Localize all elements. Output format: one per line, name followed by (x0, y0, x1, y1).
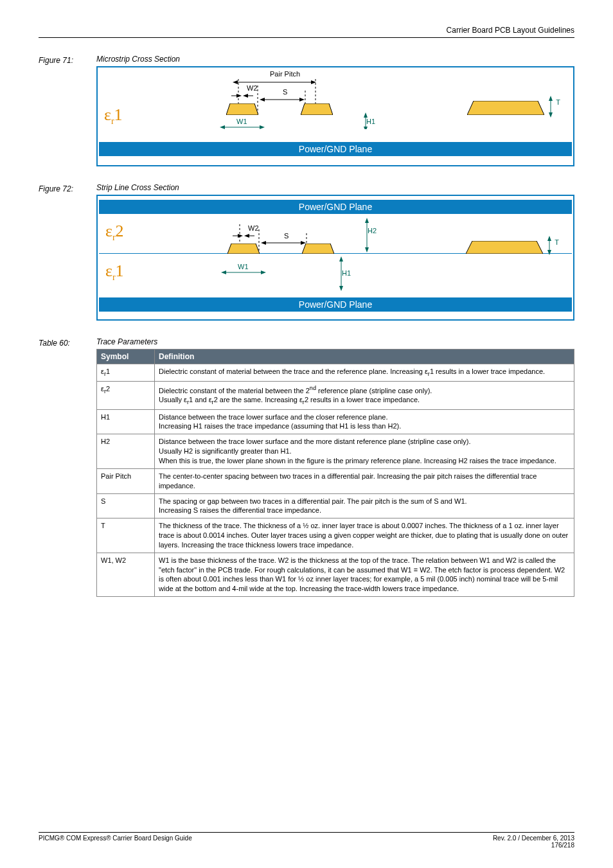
definition-cell: Dielectric constant of the material betw… (155, 381, 574, 409)
pair-pitch-label: Pair Pitch (270, 70, 300, 78)
svg-marker-43 (547, 236, 551, 241)
table-row: εr2Dielectric constant of the material b… (97, 381, 574, 409)
stripline-diagram: Power/GND Plane εr2 W2 S H (96, 195, 574, 321)
definition-cell: Distance between the trace lower surface… (155, 434, 574, 469)
microstrip-trace-left (226, 103, 258, 115)
pair-pitch-arrow (233, 79, 316, 85)
definition-cell: The center-to-center spacing between two… (155, 468, 574, 493)
power-gnd-plane-top: Power/GND Plane (99, 200, 572, 214)
table-60-label: Table 60: (39, 337, 96, 348)
table-60: Table 60: Trace Parameters Symbol Defini… (39, 337, 574, 597)
w2-label: W2 (247, 84, 258, 92)
power-gnd-plane: Power/GND Plane (99, 142, 572, 156)
t-label-2: T (555, 238, 559, 246)
svg-marker-8 (260, 98, 265, 102)
footer-rev: Rev. 2.0 / December 6, 2013 (493, 835, 574, 842)
figure-72: Figure 72: Strip Line Cross Section Powe… (39, 183, 574, 321)
footer-page: 176/218 (551, 842, 574, 849)
definition-cell: The thickness of the trace. The thicknes… (155, 518, 574, 553)
symbol-cell: Pair Pitch (97, 468, 155, 493)
table-row: W1, W2W1 is the base thickness of the tr… (97, 553, 574, 596)
t-arrow (547, 96, 554, 118)
svg-marker-44 (547, 250, 551, 255)
svg-marker-15 (301, 103, 333, 115)
svg-marker-16 (467, 101, 544, 115)
h2-arrow (364, 218, 370, 252)
svg-marker-40 (302, 244, 334, 254)
table-row: H2Distance between the trace lower surfa… (97, 434, 574, 469)
figure-71-title: Microstrip Cross Section (96, 55, 574, 64)
w2-arrow-2 (227, 233, 260, 239)
th-symbol: Symbol (97, 350, 155, 364)
stripline-trace-far (466, 241, 543, 254)
definition-cell: W1 is the base thickness of the trace. W… (155, 553, 574, 596)
table-row: H1Distance between the trace lower surfa… (97, 409, 574, 434)
power-gnd-plane-bot: Power/GND Plane (99, 297, 572, 312)
svg-marker-34 (365, 218, 369, 223)
svg-marker-47 (261, 270, 266, 274)
t-arrow-2 (546, 236, 553, 255)
symbol-cell: S (97, 493, 155, 518)
microstrip-diagram: εr1 Pair Pitch W2 S (96, 66, 574, 166)
page-footer: PICMG® COM Express® Carrier Board Design… (39, 832, 574, 849)
figure-72-label: Figure 72: (39, 183, 96, 193)
w1-arrow-2 (221, 269, 266, 276)
symbol-cell: H1 (97, 409, 155, 434)
svg-marker-24 (364, 112, 368, 118)
definition-cell: Dielectric constant of material between … (155, 364, 574, 382)
svg-marker-50 (339, 286, 343, 291)
symbol-cell: T (97, 518, 155, 553)
svg-marker-41 (466, 241, 543, 254)
svg-marker-49 (339, 256, 343, 261)
svg-marker-9 (299, 98, 305, 102)
definition-cell: The spacing or gap between two traces in… (155, 493, 574, 518)
footer-rule (39, 832, 574, 833)
svg-marker-31 (261, 241, 266, 245)
stripline-trace-left (227, 244, 260, 254)
symbol-cell: W1, W2 (97, 553, 155, 596)
table-row: SThe spacing or gap between two traces i… (97, 493, 574, 518)
s-arrow-2 (261, 240, 306, 246)
svg-marker-6 (243, 94, 248, 98)
svg-marker-14 (226, 103, 258, 115)
s-label-2: S (284, 232, 289, 240)
svg-marker-21 (549, 112, 553, 118)
stripline-trace-right (302, 244, 334, 254)
symbol-cell: H2 (97, 434, 155, 469)
figure-71-label: Figure 71: (39, 55, 96, 65)
w2-label-2: W2 (248, 224, 259, 232)
header-rule (39, 37, 574, 38)
svg-marker-46 (221, 270, 226, 274)
trace-parameters-table: Symbol Definition εr1Dielectric constant… (96, 349, 574, 597)
table-row: TThe thickness of the trace. The thickne… (97, 518, 574, 553)
svg-marker-35 (365, 247, 369, 252)
svg-marker-29 (244, 234, 249, 238)
table-row: Pair PitchThe center-to-center spacing b… (97, 468, 574, 493)
eps-r-1-label: εr1 (104, 105, 123, 127)
eps-r-2-label: εr2 (105, 222, 124, 243)
figure-71: Figure 71: Microstrip Cross Section εr1 … (39, 55, 574, 166)
symbol-cell: εr1 (97, 364, 155, 382)
page-header: Carrier Board PCB Layout Guidelines (39, 26, 574, 35)
h1-arrow-2 (338, 256, 344, 291)
microstrip-trace-right (301, 103, 333, 115)
svg-marker-22 (549, 96, 553, 101)
svg-marker-39 (227, 244, 260, 254)
svg-marker-1 (233, 80, 238, 84)
s-arrow (260, 96, 305, 103)
eps-r-1-label-2: εr1 (105, 261, 124, 283)
s-label: S (283, 88, 287, 96)
microstrip-trace-far (467, 101, 544, 115)
figure-72-title: Strip Line Cross Section (96, 183, 574, 192)
table-row: εr1Dielectric constant of material betwe… (97, 364, 574, 382)
footer-left: PICMG® COM Express® Carrier Board Design… (39, 835, 192, 849)
w2-arrow (226, 93, 258, 99)
symbol-cell: εr2 (97, 381, 155, 409)
table-60-title: Trace Parameters (96, 337, 574, 346)
definition-cell: Distance between the trace lower surface… (155, 409, 574, 434)
th-definition: Definition (155, 350, 574, 364)
t-label: T (556, 98, 560, 106)
